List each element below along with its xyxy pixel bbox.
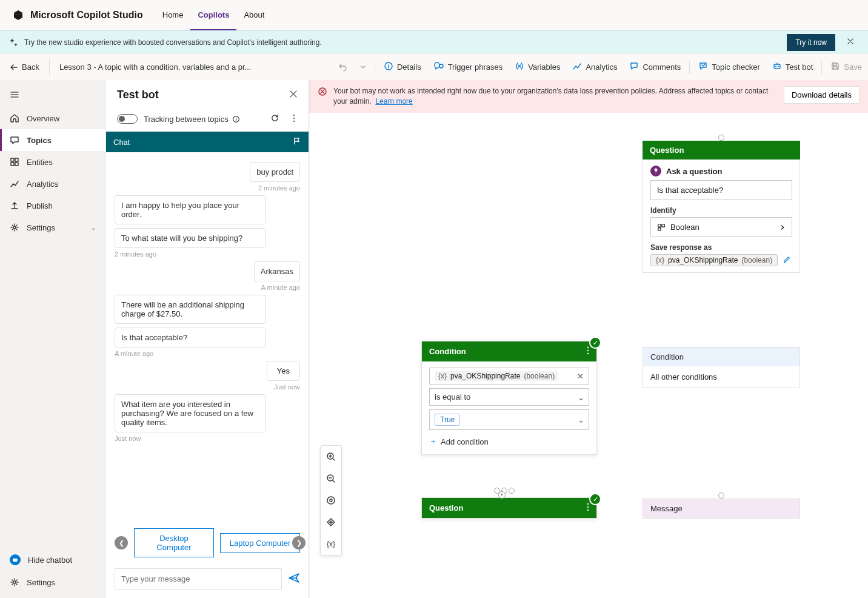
fit-button[interactable] xyxy=(321,489,341,511)
nav-analytics[interactable]: Analytics xyxy=(0,173,105,195)
close-test-bot-button[interactable] xyxy=(289,90,298,100)
analytics-button[interactable]: Analytics xyxy=(566,54,623,80)
user-message[interactable]: buy prodct xyxy=(250,162,300,182)
svg-point-29 xyxy=(327,497,335,504)
svg-rect-5 xyxy=(11,158,14,161)
download-details-button[interactable]: Download details xyxy=(784,86,860,104)
svg-point-4 xyxy=(778,66,779,67)
timestamp: 2 minutes ago xyxy=(258,184,300,192)
nav-settings[interactable]: Settings⌄ xyxy=(0,217,105,238)
svg-point-22 xyxy=(587,353,589,354)
user-message[interactable]: Arkansas xyxy=(254,261,300,281)
identify-select[interactable]: Boolean xyxy=(650,217,792,237)
minimap-button[interactable] xyxy=(321,511,341,533)
nav-home[interactable]: Home xyxy=(155,0,191,30)
topic-checker-button[interactable]: Topic checker xyxy=(692,54,766,80)
condition-other-node[interactable]: Condition All other conditions xyxy=(643,347,800,388)
try-now-button[interactable]: Try it now xyxy=(787,34,835,51)
timestamp: A minute ago xyxy=(261,284,300,291)
error-icon xyxy=(318,87,327,98)
svg-point-21 xyxy=(587,350,589,351)
svg-point-20 xyxy=(587,347,589,348)
user-message[interactable]: Yes xyxy=(267,361,300,381)
question-icon xyxy=(650,166,661,176)
message-node[interactable]: Message xyxy=(643,499,800,519)
svg-rect-8 xyxy=(15,163,18,166)
scroll-right-button[interactable]: ❯ xyxy=(292,536,305,549)
svg-rect-10 xyxy=(13,559,18,562)
test-bot-button[interactable]: Test bot xyxy=(766,54,820,80)
redo-dropdown[interactable] xyxy=(354,54,372,80)
save-as-label: Save response as xyxy=(650,243,792,252)
app-logo-icon xyxy=(12,9,24,21)
breadcrumb: Lesson 3 - A topic with a condition, var… xyxy=(49,59,261,76)
bot-message[interactable]: Is that acceptable? xyxy=(115,328,266,348)
bot-message[interactable]: What item are you interested in purchasi… xyxy=(115,394,266,432)
undo-button[interactable] xyxy=(332,54,354,80)
trigger-phrases-button[interactable]: Trigger phrases xyxy=(427,54,509,80)
zoom-controls: {x} xyxy=(320,445,342,556)
flag-button[interactable] xyxy=(292,136,301,147)
back-button[interactable]: Back xyxy=(0,62,49,72)
question-node[interactable]: Question Ask a question Is that acceptab… xyxy=(643,141,800,273)
variable-select[interactable]: {x} pva_OKShippingRate (boolean) ✕ xyxy=(429,368,589,385)
nav-about[interactable]: About xyxy=(236,0,272,30)
nav-entities[interactable]: Entities xyxy=(0,151,105,173)
nav-overview[interactable]: Overview xyxy=(0,107,105,129)
node-title: Question xyxy=(429,503,463,512)
svg-rect-17 xyxy=(658,224,661,226)
node-title: Message xyxy=(643,499,800,518)
svg-point-3 xyxy=(775,66,776,67)
svg-point-23 xyxy=(587,503,589,505)
message-input[interactable] xyxy=(115,568,282,590)
reload-button[interactable] xyxy=(270,113,279,124)
comments-button[interactable]: Comments xyxy=(623,54,687,80)
node-menu-button[interactable] xyxy=(587,346,589,357)
bot-message[interactable]: To what state will you be shipping? xyxy=(115,228,266,248)
clear-button[interactable]: ✕ xyxy=(577,372,584,381)
nav-copilots[interactable]: Copilots xyxy=(190,0,236,30)
hide-chatbot-button[interactable]: Hide chatbot xyxy=(0,548,105,571)
footer-settings[interactable]: Settings xyxy=(0,571,105,593)
question-node-2[interactable]: ✓ Question xyxy=(421,497,597,519)
learn-more-link[interactable]: Learn more xyxy=(375,97,412,106)
svg-point-9 xyxy=(13,226,16,229)
suggestion-chip[interactable]: Laptop Computer❯ xyxy=(220,533,300,553)
variable-pill[interactable]: {x} pva_OKShippingRate (boolean) xyxy=(650,254,778,266)
nav-topics[interactable]: Topics xyxy=(0,129,105,151)
nav-collapse-button[interactable] xyxy=(0,84,105,107)
condition-node[interactable]: ✓ Condition {x} pva_OKShippingRate (bool… xyxy=(421,341,597,455)
node-title: Question xyxy=(650,146,684,155)
svg-point-14 xyxy=(293,117,295,118)
bot-message[interactable]: There will be an additional shipping cha… xyxy=(115,295,266,324)
send-button[interactable] xyxy=(288,572,300,586)
entity-icon xyxy=(657,223,666,232)
node-menu-button[interactable] xyxy=(587,503,589,513)
suggestion-chip[interactable]: Desktop Computer xyxy=(134,528,214,557)
operator-select[interactable]: is equal to⌄ xyxy=(429,388,589,406)
timestamp: A minute ago xyxy=(115,350,300,357)
check-badge-icon: ✓ xyxy=(589,493,601,505)
tracking-toggle[interactable] xyxy=(117,114,138,124)
variables-panel-button[interactable]: {x} xyxy=(321,533,341,555)
edit-variable-button[interactable] xyxy=(783,255,791,266)
zoom-in-button[interactable] xyxy=(321,446,341,468)
details-button[interactable]: Details xyxy=(378,54,427,80)
save-button[interactable]: Save xyxy=(824,54,868,80)
banner-text: Try the new studio experience with boost… xyxy=(24,38,322,47)
add-node-button[interactable]: + xyxy=(498,491,506,499)
question-text-input[interactable]: Is that acceptable? xyxy=(650,180,792,200)
add-condition-button[interactable]: ＋Add condition xyxy=(429,430,589,448)
value-select[interactable]: True⌄ xyxy=(429,409,589,430)
scroll-left-button[interactable]: ❮ xyxy=(115,536,128,549)
banner-close-button[interactable] xyxy=(841,38,860,47)
svg-point-25 xyxy=(587,509,589,511)
zoom-out-button[interactable] xyxy=(321,468,341,489)
nav-publish[interactable]: Publish xyxy=(0,195,105,217)
test-bot-title: Test bot xyxy=(117,89,289,101)
bot-message[interactable]: I am happy to help you place your order. xyxy=(115,195,266,224)
variables-button[interactable]: Variables xyxy=(509,54,566,80)
more-menu-button[interactable] xyxy=(290,114,298,124)
svg-point-15 xyxy=(293,120,295,121)
authoring-canvas[interactable]: Your bot may not work as intended right … xyxy=(309,80,868,598)
